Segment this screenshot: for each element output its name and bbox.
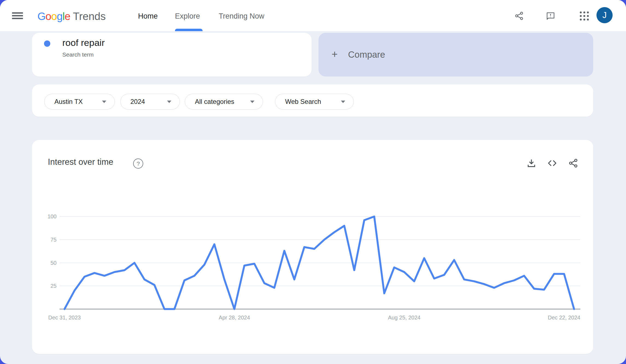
filter-time-value: 2024	[130, 98, 145, 105]
filter-category-value: All categories	[195, 98, 234, 105]
filter-time-dropdown[interactable]: 2024	[120, 94, 180, 110]
filter-geo-value: Austin TX	[54, 98, 83, 105]
y-axis-tick-label: 75	[51, 237, 57, 243]
interest-over-time-chart[interactable]: 255075100Dec 31, 2023Apr 28, 2024Aug 25,…	[32, 203, 593, 326]
interest-over-time-card: Interest over time ? 255075100Dec 31, 20…	[32, 140, 593, 354]
filter-geo-dropdown[interactable]: Austin TX	[44, 94, 115, 110]
x-axis-tick-label: Apr 28, 2024	[219, 315, 250, 321]
filter-category-dropdown[interactable]: All categories	[185, 94, 263, 110]
top-nav: Google Trends Home Explore Trending Now …	[0, 0, 626, 31]
account-avatar[interactable]: J	[596, 7, 613, 23]
y-axis-tick-label: 50	[51, 260, 57, 266]
y-axis-tick-label: 100	[48, 213, 57, 219]
filter-search-type-value: Web Search	[285, 98, 321, 105]
x-axis-tick-label: Aug 25, 2024	[388, 315, 420, 321]
active-tab-underline	[175, 29, 203, 31]
x-axis-tick-label: Dec 31, 2023	[48, 315, 81, 321]
search-term-text: roof repair	[62, 37, 105, 48]
nav-tab-home[interactable]: Home	[138, 12, 158, 20]
google-trends-logo[interactable]: Google Trends	[37, 10, 106, 22]
help-question-mark: ?	[137, 160, 140, 167]
share-chart-icon[interactable]	[568, 158, 578, 168]
filter-bar: Austin TX 2024 All categories Web Search	[32, 84, 593, 117]
add-comparison-card[interactable]: + Compare	[318, 33, 593, 77]
filter-search-type-dropdown[interactable]: Web Search	[275, 94, 354, 110]
nav-tab-trending-now[interactable]: Trending Now	[219, 12, 264, 20]
y-axis-tick-label: 25	[51, 283, 57, 289]
share-icon[interactable]	[514, 11, 524, 21]
chevron-down-icon	[102, 101, 106, 103]
google-trends-page: Google Trends Home Explore Trending Now …	[0, 0, 626, 364]
download-icon[interactable]	[526, 158, 537, 168]
feedback-icon[interactable]	[546, 11, 555, 21]
google-apps-icon[interactable]	[580, 11, 589, 21]
chevron-down-icon	[167, 101, 171, 103]
series-color-dot	[44, 40, 50, 47]
x-axis-tick-label: Dec 22, 2024	[548, 315, 580, 321]
search-term-type: Search term	[62, 51, 93, 58]
logo-google-word: Google	[37, 10, 70, 22]
avatar-initial: J	[602, 10, 607, 20]
chevron-down-icon	[341, 101, 345, 103]
chevron-down-icon	[250, 101, 255, 103]
nav-tab-explore[interactable]: Explore	[175, 12, 200, 20]
plus-icon: +	[332, 48, 338, 60]
menu-icon[interactable]	[12, 12, 23, 19]
compare-label: Compare	[348, 49, 385, 60]
embed-code-icon[interactable]	[547, 158, 557, 168]
search-term-card[interactable]: roof repair Search term	[32, 33, 312, 77]
help-icon[interactable]: ?	[133, 158, 143, 169]
logo-trends-word: Trends	[73, 10, 106, 22]
chart-title: Interest over time	[48, 157, 113, 167]
